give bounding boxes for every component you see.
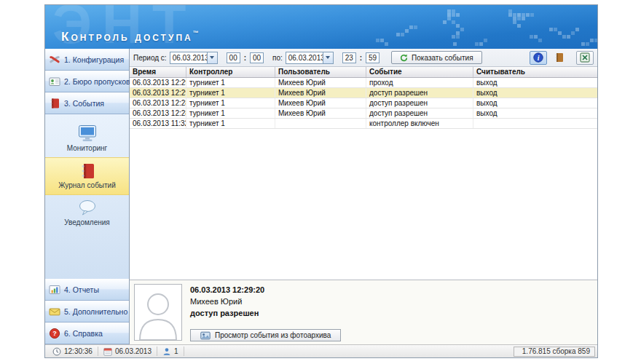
svg-text:i: i (538, 55, 540, 62)
app-title: Контроль доступа™ (61, 30, 199, 44)
chevron-down-icon[interactable] (207, 52, 217, 63)
table-row[interactable]: 06.03.2013 12:29:21 турникет 1 Михеев Юр… (130, 78, 597, 88)
subitem-label: Мониторинг (67, 144, 107, 152)
date-to-value: 06.03.2013 (286, 52, 323, 63)
user-photo-placeholder (134, 284, 182, 341)
show-events-label: Показать события (412, 54, 473, 62)
date-from-value: 06.03.2013 (170, 52, 207, 63)
photo-archive-icon (200, 331, 211, 340)
cell-reader: выход (473, 98, 597, 108)
time-from-minutes-field[interactable]: 00 (250, 52, 264, 63)
column-header-user[interactable]: Пользователь (275, 67, 366, 77)
journal-icon (48, 98, 60, 109)
cell-user: Михеев Юрий (275, 88, 366, 98)
time-to-hours-field[interactable]: 23 (342, 52, 356, 63)
sidebar-item-label: 5. Дополнительно (64, 307, 127, 316)
cell-controller: турникет 1 (186, 119, 275, 128)
status-date-section: 06.03.2013 (98, 347, 157, 356)
envelope-icon (48, 306, 60, 317)
detail-event-name: доступ разрешен (190, 309, 593, 317)
detail-timestamp: 06.03.2013 12:29:20 (190, 285, 593, 294)
status-time: 12:30:36 (64, 347, 93, 355)
events-table-header: Время Контроллер Пользователь Событие Сч… (130, 67, 597, 78)
table-row[interactable]: 06.03.2013 11:32:38 турникет 1 контролле… (130, 119, 597, 129)
archive-journal-button[interactable] (550, 51, 567, 65)
chevron-down-icon[interactable] (323, 52, 333, 63)
sidebar-item-label: 4. Отчеты (64, 285, 99, 294)
status-operators-count: 1 (174, 347, 178, 355)
sidebar-item-events[interactable]: 3. События (45, 92, 129, 114)
table-empty-area (130, 129, 597, 280)
calendar-icon (103, 347, 112, 356)
header-mosaic-decoration (366, 5, 369, 9)
sidebar-item-label: 6. Справка (64, 329, 103, 338)
cell-time: 06.03.2013 12:28:20 (130, 108, 186, 118)
cell-event: контроллер включен (366, 119, 473, 128)
date-from-picker[interactable]: 06.03.2013 (170, 52, 218, 64)
app-header: ЭНТ Контроль доступа™ (45, 5, 597, 49)
events-subpanel: Мониторинг Журнал событий Уведомления (45, 114, 129, 279)
app-title-text: Контроль доступа (61, 30, 193, 44)
sidebar-item-help[interactable]: ? 6. Справка (45, 323, 129, 344)
date-to-picker[interactable]: 06.03.2013 (286, 52, 334, 64)
time-separator: : (359, 54, 363, 62)
subitem-monitoring[interactable]: Мониторинг (45, 120, 129, 157)
cell-user (275, 119, 366, 128)
view-photo-archive-button[interactable]: Просмотр события из фотоархива (190, 329, 341, 341)
version-label: 1.76.815 сборка 859 (514, 347, 595, 357)
sidebar: 1. Конфигурация 2. Бюро пропусков 3. Соб… (45, 49, 130, 344)
table-row[interactable]: 06.03.2013 12:28:20 турникет 1 Михеев Юр… (130, 108, 597, 119)
status-bar: 12:30:36 06.03.2013 1 1.76.815 сборка 85… (45, 344, 597, 357)
sidebar-item-reports[interactable]: 4. Отчеты (45, 279, 129, 301)
status-time-section: 12:30:36 (47, 347, 98, 356)
cell-reader: выход (473, 78, 597, 87)
column-header-event[interactable]: Событие (366, 67, 473, 77)
content-area: Период с: 06.03.2013 00 : 00 по: 06.03.2… (130, 49, 597, 344)
column-header-reader[interactable]: Считыватель (473, 67, 597, 77)
event-detail-panel: 06.03.2013 12:29:20 Михеев Юрий доступ р… (130, 280, 597, 344)
view-photo-archive-label: Просмотр события из фотоархива (215, 331, 331, 339)
cell-time: 06.03.2013 12:29:20 (130, 88, 186, 98)
notification-icon (77, 199, 98, 217)
show-events-button[interactable]: Показать события (391, 51, 481, 64)
app-window: ЭНТ Контроль доступа™ 1. Конфигурация 2.… (44, 4, 598, 358)
column-header-time[interactable]: Время (130, 67, 186, 77)
subitem-notifications[interactable]: Уведомления (45, 195, 129, 232)
sidebar-item-pass-office[interactable]: 2. Бюро пропусков (45, 71, 129, 92)
cell-time: 06.03.2013 12:29:21 (130, 78, 186, 87)
time-from-hours-field[interactable]: 00 (227, 52, 240, 63)
cell-user: Михеев Юрий (275, 78, 366, 87)
cell-controller: турникет 1 (186, 78, 275, 87)
info-icon: i (533, 52, 543, 63)
detail-user-name: Михеев Юрий (190, 297, 593, 306)
sidebar-item-label: 3. События (64, 99, 104, 108)
cell-event: доступ разрешен (366, 88, 473, 98)
sidebar-item-configuration[interactable]: 1. Конфигурация (45, 49, 129, 71)
cell-event: проход (366, 78, 473, 87)
table-row[interactable]: 06.03.2013 12:28:39 турникет 1 Михеев Юр… (130, 98, 597, 108)
excel-icon (580, 52, 590, 63)
cell-controller: турникет 1 (186, 108, 275, 118)
chart-icon (48, 284, 60, 296)
table-row-selected[interactable]: 06.03.2013 12:29:20 турникет 1 Михеев Юр… (130, 88, 597, 98)
subitem-label: Уведомления (64, 218, 110, 226)
cell-time: 06.03.2013 11:32:38 (130, 119, 186, 128)
subitem-event-journal[interactable]: Журнал событий (45, 157, 129, 195)
event-info-toggle-button[interactable]: i (530, 51, 547, 65)
cell-controller: турникет 1 (186, 98, 275, 108)
sidebar-item-additional[interactable]: 5. Дополнительно (45, 301, 129, 323)
time-to-minutes-field[interactable]: 59 (366, 52, 380, 63)
subitem-label: Журнал событий (58, 181, 116, 189)
person-silhouette-icon (137, 289, 179, 340)
svg-text:?: ? (52, 330, 57, 337)
cell-user: Михеев Юрий (275, 108, 366, 118)
cell-user: Михеев Юрий (275, 98, 366, 108)
column-header-controller[interactable]: Контроллер (186, 67, 275, 77)
cell-time: 06.03.2013 12:28:39 (130, 98, 186, 108)
sidebar-item-label: 2. Бюро пропусков (64, 77, 130, 86)
period-toolbar: Период с: 06.03.2013 00 : 00 по: 06.03.2… (130, 49, 597, 67)
cell-controller: турникет 1 (186, 88, 275, 98)
cell-reader: выход (473, 108, 597, 118)
export-excel-button[interactable] (576, 51, 594, 65)
refresh-icon (400, 54, 408, 62)
